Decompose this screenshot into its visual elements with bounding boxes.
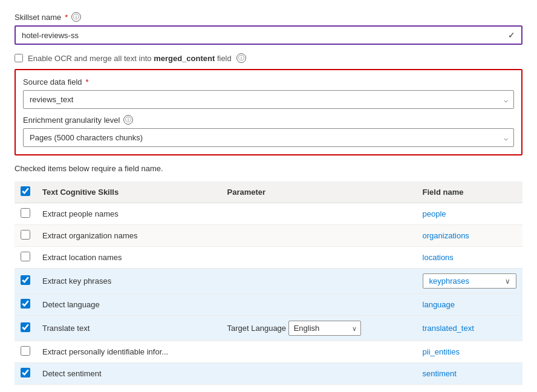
field-name-cell-extract-pii: pii_entities [417,341,522,363]
skill-param-extract-orgs [221,225,417,247]
ocr-checkbox[interactable] [15,54,23,62]
field-name-select-extract-keyphrases[interactable]: keyphrases [423,273,516,289]
field-name-text-extract-orgs: organizations [423,231,469,240]
source-data-label: Source data field [23,77,82,87]
field-name-text-detect-language: language [423,300,455,309]
skills-table: Text Cognitive Skills Parameter Field na… [15,181,522,385]
merged-content-label: merged_content [154,54,215,63]
skill-checkbox-translate-text[interactable] [21,322,30,332]
field-name-text-extract-pii: pii_entities [423,347,460,356]
enrichment-select[interactable]: Pages (5000 characters chunks) [23,128,514,147]
field-name-text-detect-sentiment: sentiment [423,369,457,378]
enrichment-info-icon[interactable]: ⓘ [123,115,133,125]
skill-param-extract-pii [221,341,417,363]
skill-checkbox-extract-keyphrases[interactable] [21,275,30,285]
field-name-cell-extract-people: people [417,203,522,225]
col-parameter: Parameter [221,181,417,203]
skill-name-extract-pii: Extract personally identifiable infor... [36,341,221,363]
field-name-cell-extract-keyphrases[interactable]: keyphrases∨ [417,269,522,294]
skill-checkbox-extract-people[interactable] [21,208,30,218]
field-name-cell-detect-sentiment: sentiment [417,363,522,385]
field-name-dropdown-wrapper-extract-keyphrases[interactable]: keyphrases∨ [423,273,516,289]
field-name-text-translate-text: translated_text [423,324,474,333]
skillset-name-input[interactable]: hotel-reviews-ss [15,25,522,45]
col-skills: Text Cognitive Skills [36,181,221,203]
skill-name-extract-orgs: Extract organization names [36,225,221,247]
field-name-cell-translate-text: translated_text [417,316,522,341]
field-name-cell-extract-orgs: organizations [417,225,522,247]
skill-checkbox-extract-locations[interactable] [21,252,30,261]
skill-param-detect-sentiment [221,363,417,385]
header-checkbox[interactable] [21,186,30,196]
skill-checkbox-detect-sentiment[interactable] [21,368,30,377]
param-select-translate-text[interactable]: English [288,321,361,336]
skill-checkbox-extract-pii[interactable] [21,346,30,356]
skillset-name-label: Skillset name [15,13,61,22]
field-name-text-extract-people: people [423,209,446,218]
enrichment-label: Enrichment granularity level [23,116,120,125]
notice-text: Checked items below require a field name… [15,164,522,173]
skill-param-extract-people [221,203,417,225]
ocr-field-label: field [217,54,232,63]
field-name-cell-detect-language: language [417,294,522,316]
param-select-wrapper-translate-text[interactable]: English∨ [288,321,361,336]
ocr-label: Enable OCR and merge all text into merge… [28,54,232,63]
skill-name-detect-language: Detect language [36,294,221,316]
skill-name-extract-people: Extract people names [36,203,221,225]
required-star: * [65,13,68,22]
skill-name-detect-sentiment: Detect sentiment [36,363,221,385]
skillset-checkmark-icon [508,30,515,40]
skill-param-extract-locations [221,247,417,269]
skill-name-extract-keyphrases: Extract key phrases [36,269,221,294]
skill-name-extract-locations: Extract location names [36,247,221,269]
ocr-info-icon[interactable]: ⓘ [236,53,246,63]
skill-name-translate-text: Translate text [36,316,221,341]
field-name-cell-extract-locations: locations [417,247,522,269]
col-fieldname: Field name [417,181,522,203]
param-label-translate-text: Target Language [227,324,288,333]
skillset-info-icon[interactable]: ⓘ [71,12,81,22]
skill-param-detect-language [221,294,417,316]
skill-param-extract-keyphrases [221,269,417,294]
skillset-name-value: hotel-reviews-ss [22,31,79,40]
skill-param-translate-text[interactable]: Target Language English∨ [221,316,417,341]
skill-checkbox-detect-language[interactable] [21,299,30,309]
source-required-star: * [86,77,89,87]
field-name-text-extract-locations: locations [423,253,454,262]
skill-checkbox-extract-orgs[interactable] [21,230,30,240]
source-data-select[interactable]: reviews_text [23,90,514,109]
